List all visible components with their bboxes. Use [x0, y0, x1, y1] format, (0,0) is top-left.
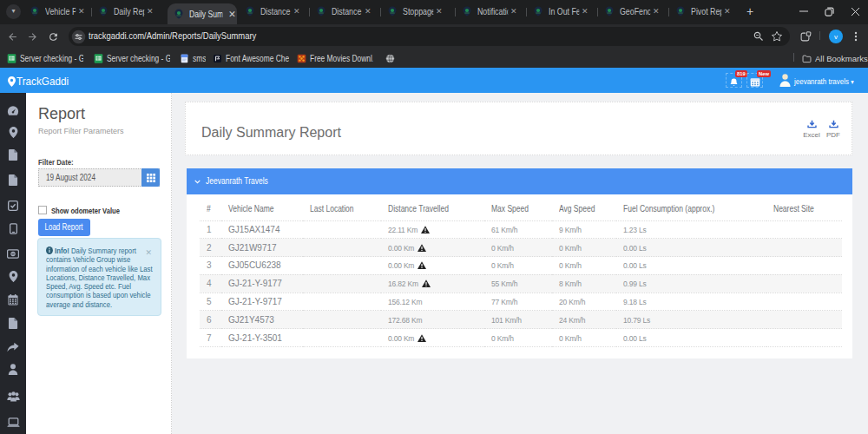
svg-text:v: v	[834, 33, 838, 41]
